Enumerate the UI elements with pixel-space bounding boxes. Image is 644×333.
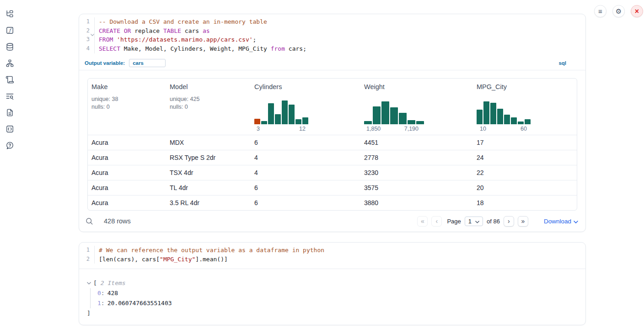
column-header-make[interactable]: Makeunique: 38nulls: 0: [88, 79, 166, 135]
sidebar-item-dependencies[interactable]: [5, 59, 14, 69]
pagination: « ‹ Page 1 of 86 › » Download: [417, 216, 578, 227]
line-number: 4: [86, 44, 94, 53]
table-cell: 4: [251, 169, 360, 176]
page-label: Page: [447, 218, 461, 225]
code-token: OR: [124, 27, 131, 34]
tree-entry-value: 428: [107, 290, 118, 296]
column-header-cylinders[interactable]: Cylinders312: [251, 79, 360, 135]
first-page-button[interactable]: «: [417, 216, 428, 227]
output-variable-label: Output variable:: [85, 60, 125, 66]
histogram-label-holder: 1,8507,190: [364, 124, 469, 132]
table-footer: 428 rows « ‹ Page 1 of 86 › » Download: [79, 211, 585, 232]
column-stats: unique: 425nulls: 0: [170, 95, 247, 111]
code-token: cars;: [285, 45, 306, 52]
table-cell: 24: [473, 154, 577, 161]
items-count-label: 2 Items: [101, 278, 126, 288]
file-tree-icon: [5, 10, 14, 20]
open-bracket: [: [93, 278, 97, 288]
histogram-axis-labels: 312: [254, 124, 308, 132]
tree-entry-key: 1: [97, 300, 101, 307]
column-name: Model: [170, 83, 247, 90]
settings-button[interactable]: ⚙: [612, 5, 625, 17]
table-row[interactable]: AcuraRSX Type S 2dr4277824: [88, 150, 577, 165]
sidebar-item-variables[interactable]: ƒ: [5, 26, 14, 36]
sidebar-item-explorer[interactable]: [5, 10, 14, 19]
table-row[interactable]: AcuraTSX 4dr4323022: [88, 165, 577, 180]
histogram-bar: [373, 106, 381, 124]
table-cell: 2778: [360, 154, 473, 161]
hamburger-menu-icon: ≡: [598, 7, 602, 15]
chevron-down-icon[interactable]: [87, 282, 91, 285]
sidebar-item-datasources[interactable]: [5, 43, 14, 52]
table-cell: TL 4dr: [166, 184, 251, 191]
line-number: 1: [86, 246, 94, 255]
previous-page-button[interactable]: ‹: [431, 216, 442, 227]
python-cell: 1# We can reference the output variable …: [79, 242, 586, 325]
table-row[interactable]: AcuraTL 4dr6357520: [88, 180, 577, 195]
function-square-icon: ƒ: [5, 26, 14, 37]
code-token: replace: [131, 27, 163, 34]
histogram-bar: [490, 103, 496, 124]
histogram-bar: [416, 121, 424, 124]
left-sidebar: ƒ: [5, 10, 14, 151]
last-page-button[interactable]: »: [518, 216, 528, 227]
line-number-gutter: 3: [79, 35, 95, 44]
code-token: [113, 36, 117, 43]
code-token: ;: [253, 36, 257, 43]
line-number-gutter: 4: [79, 44, 95, 53]
shutdown-button[interactable]: ×: [631, 5, 643, 17]
code-line: 2CREATE OR replace TABLE cars as: [79, 26, 585, 36]
language-badge[interactable]: sql: [558, 60, 566, 66]
column-name: MPG_City: [477, 83, 573, 90]
column-histogram: [477, 100, 573, 124]
download-button[interactable]: Download: [544, 218, 578, 225]
tree-entry-colon: :: [101, 300, 105, 307]
sidebar-item-logs[interactable]: [5, 76, 14, 85]
snippets-icon: [5, 125, 14, 135]
table-row[interactable]: AcuraMDX6445117: [88, 135, 577, 150]
sidebar-item-scratchpad[interactable]: [5, 92, 14, 101]
code-text: -- Download a CSV and create an in-memor…: [95, 17, 267, 26]
database-icon: [5, 42, 14, 53]
code-token: cars: [181, 27, 203, 34]
sidebar-item-snippets[interactable]: [5, 125, 14, 134]
table-row[interactable]: Acura3.5 RL 4dr6388018: [88, 195, 577, 210]
code-token: "MPG_City": [160, 256, 195, 263]
column-stat: nulls: 0: [91, 103, 162, 111]
column-stat: nulls: 0: [170, 103, 247, 111]
tree-entry-colon: :: [101, 290, 105, 296]
histogram-bar: [295, 119, 301, 124]
histogram-bar: [497, 109, 503, 124]
column-header-mpg_city[interactable]: MPG_City1060: [473, 79, 577, 135]
code-token: -- Download a CSV and create an in-memor…: [99, 18, 267, 25]
python-code-editor[interactable]: 1# We can reference the output variable …: [79, 243, 585, 269]
histogram-axis-labels: 1,8507,190: [364, 124, 424, 132]
column-name: Cylinders: [254, 83, 357, 90]
column-header-weight[interactable]: Weight1,8507,190: [360, 79, 473, 135]
page-total-label: of 86: [487, 218, 500, 225]
axis-label: 10: [480, 126, 486, 132]
sidebar-item-documentation[interactable]: [5, 109, 14, 118]
table-cell: 22: [473, 169, 577, 176]
close-x-icon: ×: [635, 7, 639, 16]
column-name: Make: [91, 83, 162, 90]
sql-code-editor[interactable]: 1-- Download a CSV and create an in-memo…: [79, 14, 585, 56]
column-header-model[interactable]: Modelunique: 425nulls: 0: [166, 79, 251, 135]
search-icon[interactable]: [85, 217, 93, 225]
histogram-bar: [261, 121, 267, 124]
table-cell: Acura: [88, 199, 166, 206]
table-body: AcuraMDX6445117AcuraRSX Type S 2dr427782…: [88, 135, 577, 210]
output-variable-input[interactable]: [129, 59, 166, 67]
table-cell: 3230: [360, 169, 473, 176]
code-line: 3FROM 'https://datasets.marimo.app/cars.…: [79, 35, 585, 44]
menu-button[interactable]: ≡: [594, 5, 606, 17]
line-number: 3: [86, 35, 94, 44]
code-token: TABLE: [163, 27, 181, 34]
histogram-bar: [483, 101, 489, 124]
next-page-button[interactable]: ›: [504, 216, 514, 227]
code-token: [120, 27, 124, 34]
download-label: Download: [544, 218, 571, 225]
page-number-select[interactable]: 1: [465, 217, 483, 226]
sidebar-item-help[interactable]: [5, 142, 14, 151]
line-number-gutter: 2: [79, 255, 95, 264]
